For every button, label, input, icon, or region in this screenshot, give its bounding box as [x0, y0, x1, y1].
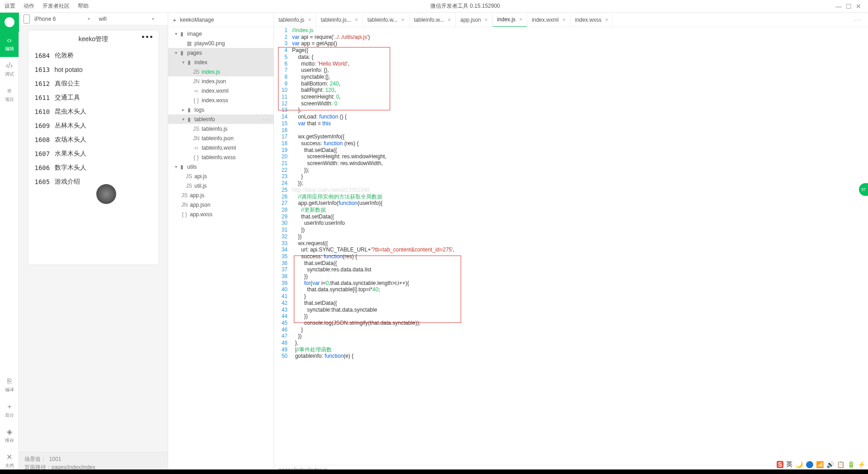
tree-node-tableinfo.wxml[interactable]: ‹›tableinfo.wxml: [168, 143, 274, 152]
tab-tableinfo.w...[interactable]: tableinfo.w...×: [410, 13, 456, 27]
tray-icon-3[interactable]: 🔵: [806, 461, 813, 468]
tree-node-pages[interactable]: ▾▮pages: [168, 48, 274, 57]
list-item[interactable]: 1611交通工具: [35, 90, 152, 104]
js-icon: JS: [185, 183, 193, 189]
tree-node-playw00.png[interactable]: ▦playw00.png: [168, 38, 274, 48]
close-button[interactable]: ✕: [854, 3, 863, 10]
close-icon[interactable]: ×: [519, 16, 522, 23]
js-icon: JS: [181, 192, 188, 199]
app-title: 微信开发者工具 0.15.152900: [97, 2, 834, 10]
folder-icon: ▮: [178, 50, 185, 56]
device-icon: [24, 14, 30, 24]
list-item[interactable]: 1609丛林木头人: [35, 118, 152, 133]
list-item[interactable]: 1612真假公主: [35, 76, 152, 90]
menu-dots-icon[interactable]: [142, 36, 152, 38]
list-item[interactable]: 1607水果木头人: [35, 147, 152, 161]
rail-缓存[interactable]: ◈缓存: [0, 423, 19, 449]
list-item[interactable]: 1605游戏介绍: [35, 175, 152, 189]
wxml-icon: ‹›: [193, 145, 200, 151]
network-dropdown[interactable]: wifi▾: [99, 16, 164, 22]
rail-编辑[interactable]: ‹›编辑: [0, 32, 19, 57]
tree-node-index.wxss[interactable]: { }index.wxss: [168, 95, 274, 105]
floating-avatar[interactable]: [96, 184, 116, 204]
tree-node-logs[interactable]: ▸▮logs: [168, 105, 274, 114]
close-icon[interactable]: ×: [605, 17, 608, 23]
tree-node-api.js[interactable]: JSapi.js: [168, 171, 274, 181]
close-icon[interactable]: ×: [448, 17, 451, 23]
tab-tableinfo.js...[interactable]: tableinfo.js...×: [316, 13, 363, 27]
tree-node-util.js[interactable]: JSutil.js: [168, 181, 274, 190]
menu-动作[interactable]: 动作: [24, 3, 34, 9]
tree-node-utils[interactable]: ▾▮utils: [168, 162, 274, 171]
code-editor[interactable]: 1234567891011121314151617181920212223242…: [274, 27, 868, 465]
close-icon[interactable]: ×: [485, 17, 488, 23]
list-item[interactable]: 1684伦敦桥: [35, 48, 152, 62]
project-icon: ▸: [174, 17, 176, 23]
rail-后台[interactable]: ＋后台: [0, 398, 19, 423]
tree-node-tableinfo.wxss[interactable]: { }tableinfo.wxss: [168, 152, 274, 162]
tab-tableinfo.js[interactable]: tableinfo.js×: [274, 13, 316, 27]
close-icon[interactable]: ×: [308, 17, 311, 23]
sim-title: keeko管理: [79, 35, 108, 43]
tree-node-tableinfo.js[interactable]: JStableinfo.js: [168, 124, 274, 133]
rail-项目[interactable]: ≡项目: [0, 82, 19, 108]
list-item[interactable]: 1613hot potato: [35, 62, 152, 76]
minimize-button[interactable]: —: [834, 3, 844, 10]
list-item[interactable]: 1610昆虫木头人: [35, 104, 152, 118]
folder-icon: ▮: [185, 59, 193, 66]
tab-app.json[interactable]: app.json×: [456, 13, 492, 27]
tray-icon-5[interactable]: 🔊: [826, 461, 834, 468]
tree-node-index[interactable]: ▾▮index: [168, 57, 274, 67]
tray-icon-6[interactable]: 📋: [837, 461, 844, 468]
tray-icon-2[interactable]: 🌙: [795, 461, 803, 468]
js-icon: JS: [193, 69, 200, 75]
device-dropdown[interactable]: iPhone 6▾: [34, 16, 99, 22]
editor-panel: tableinfo.js×tableinfo.js...×tableinfo.w…: [274, 13, 868, 474]
menu-帮助[interactable]: 帮助: [78, 3, 89, 9]
wxss-icon: { }: [181, 211, 188, 218]
js-icon: JS: [185, 173, 193, 180]
img-icon: ▦: [185, 40, 193, 47]
tray-icon-4[interactable]: 📶: [816, 461, 824, 468]
project-name: keekoManage: [180, 17, 214, 23]
tree-node-index.wxml[interactable]: ‹›index.wxml: [168, 86, 274, 95]
tray-icon-1[interactable]: 英: [786, 460, 793, 469]
tab-tableinfo.w...[interactable]: tableinfo.w...×: [363, 13, 410, 27]
tab-index.wxml[interactable]: index.wxml×: [527, 13, 570, 27]
folder-icon: ▮: [185, 107, 193, 113]
list-item[interactable]: 1606数字木头人: [35, 161, 152, 175]
rail-调试[interactable]: ‹/›调试: [0, 57, 19, 82]
rail-编译[interactable]: ⎘编译: [0, 373, 19, 398]
editor-tabs: tableinfo.js×tableinfo.js...×tableinfo.w…: [274, 13, 868, 27]
js-icon: JS: [193, 126, 200, 132]
avatar[interactable]: [0, 13, 19, 32]
tree-node-tableinfo.json[interactable]: JNtableinfo.json: [168, 133, 274, 143]
tab-overflow[interactable]: ···: [848, 17, 868, 23]
tree-node-index.json[interactable]: JNindex.json: [168, 76, 274, 86]
tab-index.wxss[interactable]: index.wxss×: [571, 13, 613, 27]
tree-node-app.js[interactable]: JSapp.js: [168, 190, 274, 200]
tray-icon-0[interactable]: S: [777, 461, 783, 468]
close-icon[interactable]: ×: [562, 17, 566, 23]
tray-icon-8[interactable]: ⚡: [858, 461, 865, 468]
list-item[interactable]: 1608农场木头人: [35, 133, 152, 147]
close-icon[interactable]: ×: [401, 17, 405, 23]
menu-开发者社区[interactable]: 开发者社区: [42, 3, 70, 9]
tree-node-index.js[interactable]: JSindex.js: [168, 67, 274, 76]
menu-设置[interactable]: 设置: [5, 3, 15, 9]
left-rail: ‹›编辑‹/›调试≡项目 ⎘编译＋后台◈缓存✕关闭: [0, 13, 19, 474]
wxml-icon: ‹›: [193, 88, 200, 94]
notification-badge[interactable]: 37: [859, 183, 868, 196]
close-icon[interactable]: ×: [355, 17, 358, 23]
tree-node-tableinfo[interactable]: ▾▮tableinfo···: [168, 114, 274, 124]
simulator-screen[interactable]: keeko管理 1684伦敦桥1613hot potato1612真假公主161…: [28, 30, 159, 265]
tab-index.js[interactable]: index.js×: [493, 13, 528, 27]
maximize-button[interactable]: ☐: [844, 3, 854, 10]
tree-node-image[interactable]: ▾▮image: [168, 29, 274, 38]
tree-node-app.json[interactable]: JNapp.json: [168, 200, 274, 209]
simulator-panel: iPhone 6▾ wifi▾ keeko管理 1684伦敦桥1613hot p…: [19, 13, 168, 474]
tree-node-app.wxss[interactable]: { }app.wxss: [168, 209, 274, 219]
wxss-icon: { }: [193, 154, 200, 161]
taskbar: [0, 469, 868, 474]
tray-icon-7[interactable]: 🔋: [847, 461, 855, 468]
